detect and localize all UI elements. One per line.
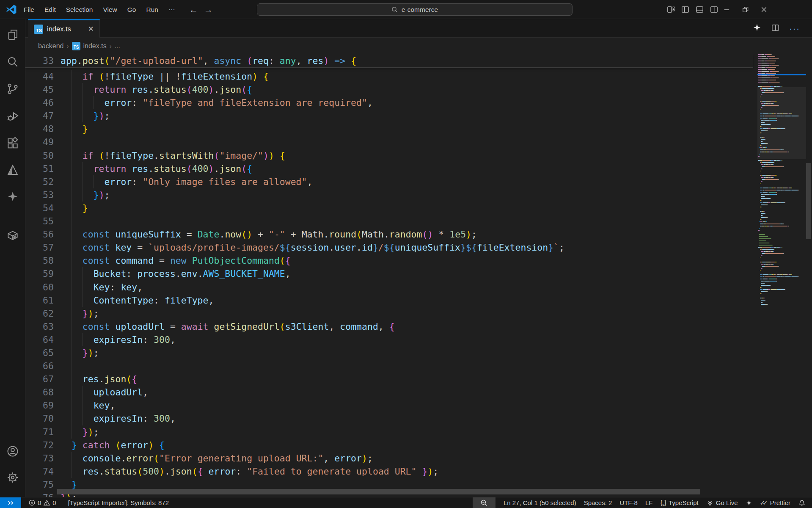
breadcrumb-folder[interactable]: backend — [38, 42, 64, 50]
code-line[interactable]: 49 — [25, 135, 755, 149]
code-line[interactable]: 59 Bucket: process.env.AWS_BUCKET_NAME, — [25, 267, 755, 280]
ts-importer-status[interactable]: [TypeScript Importer]: Symbols: 872 — [64, 497, 173, 508]
remote-indicator[interactable] — [0, 497, 21, 508]
toggle-sidebar-icon[interactable] — [681, 5, 690, 14]
customize-layout-icon[interactable] — [666, 5, 675, 14]
code-line[interactable]: 48 } — [25, 122, 755, 135]
code-line[interactable]: 50 if (!fileType.startsWith("image/")) { — [25, 149, 755, 162]
menu-go[interactable]: Go — [122, 0, 141, 19]
explorer-icon[interactable] — [6, 28, 19, 41]
code-line[interactable]: 55 — [25, 215, 755, 228]
code-line[interactable]: 52 error: "Only image files are allowed"… — [25, 175, 755, 188]
code-text: res.status(500).json({ error: "Failed to… — [61, 465, 438, 478]
minimize-icon[interactable] — [723, 6, 731, 14]
code-line[interactable]: 56 const uniqueSuffix = Date.now() + "-"… — [25, 228, 755, 241]
back-arrow-icon[interactable]: ← — [189, 5, 198, 15]
code-line[interactable]: 72 } catch (error) { — [25, 439, 755, 452]
line-number: 52 — [25, 175, 54, 188]
code-line[interactable]: 64 expiresIn: 300, — [25, 333, 755, 346]
zoom-status-tile[interactable] — [473, 497, 495, 508]
code-line[interactable]: 47 }); — [25, 109, 755, 122]
line-number: 47 — [25, 109, 54, 122]
code-line[interactable]: 44 if (!fileType || !fileExtension) { — [25, 70, 755, 83]
prettier-status[interactable]: ✓✓ Prettier — [756, 497, 795, 508]
menu-more[interactable]: ⋯ — [163, 0, 180, 19]
line-number: 58 — [25, 254, 54, 267]
run-debug-icon[interactable] — [6, 109, 19, 123]
code-line[interactable]: 53 }); — [25, 188, 755, 202]
code-text: }); — [61, 109, 110, 122]
double-check-icon: ✓✓ — [760, 499, 765, 507]
copilot-sparkle-icon[interactable] — [6, 190, 19, 203]
line-number: 55 — [25, 215, 54, 228]
problems-indicator[interactable]: 0 0 — [25, 497, 60, 508]
code-line[interactable]: 60 Key: key, — [25, 281, 755, 294]
code-line[interactable]: 54 } — [25, 202, 755, 215]
command-center-search[interactable]: e-commerce — [257, 3, 573, 16]
more-actions-icon[interactable]: ··· — [789, 24, 800, 33]
code-line[interactable]: 45 return res.status(400).json({ — [25, 83, 755, 96]
search-sidebar-icon[interactable] — [6, 55, 19, 69]
code-line[interactable]: 67 res.json({ — [25, 373, 755, 386]
eol-selector[interactable]: LF — [641, 497, 657, 508]
code-text: return res.status(400).json({ — [61, 162, 252, 175]
sparkle-status-icon[interactable] — [742, 497, 756, 508]
code-line[interactable]: 71 }); — [25, 425, 755, 439]
horizontal-scrollbar[interactable] — [57, 489, 700, 494]
extensions-icon[interactable] — [6, 136, 19, 150]
account-icon[interactable] — [6, 444, 19, 458]
menu-view[interactable]: View — [98, 0, 122, 19]
code-line[interactable]: 70 expiresIn: 300, — [25, 412, 755, 425]
prism-extension-icon[interactable] — [6, 163, 19, 177]
close-icon[interactable] — [760, 6, 768, 14]
code-line[interactable]: 46 error: "fileType and fileExtension ar… — [25, 96, 755, 109]
encoding[interactable]: UTF-8 — [616, 497, 641, 508]
code-line[interactable]: 33app.post("/get-upload-url", async (req… — [25, 54, 753, 67]
code-line[interactable]: 58 const command = new PutObjectCommand(… — [25, 254, 755, 267]
cursor-position[interactable]: Ln 27, Col 1 (50 selected) — [500, 497, 580, 508]
restore-icon[interactable] — [741, 6, 749, 14]
warning-count: 0 — [52, 499, 56, 506]
menu-edit[interactable]: Edit — [39, 0, 61, 19]
tab-close-icon[interactable]: ✕ — [87, 25, 95, 33]
indentation[interactable]: Spaces: 2 — [580, 497, 616, 508]
menu-run[interactable]: Run — [141, 0, 163, 19]
forward-arrow-icon[interactable]: → — [204, 5, 213, 15]
code-line[interactable]: 57 const key = `uploads/profile-images/$… — [25, 241, 755, 254]
line-number: 56 — [25, 228, 54, 241]
language-mode[interactable]: {x} TypeScript — [656, 497, 702, 508]
code-line[interactable]: 74 res.status(500).json({ error: "Failed… — [25, 465, 755, 478]
breadcrumb-symbol[interactable]: ... — [115, 42, 120, 50]
code-line[interactable]: 66 — [25, 359, 755, 373]
code-line[interactable]: 68 uploadUrl, — [25, 386, 755, 399]
line-number: 67 — [25, 373, 54, 386]
split-editor-icon[interactable] — [771, 23, 780, 34]
breadcrumb-file[interactable]: index.ts — [83, 42, 107, 50]
code-line[interactable]: 63 const uploadUrl = await getSignedUrl(… — [25, 320, 755, 333]
source-control-icon[interactable] — [6, 82, 19, 96]
indent-guide — [72, 215, 72, 228]
toggle-panel-icon[interactable] — [695, 5, 704, 14]
vertical-scrollbar[interactable] — [806, 163, 811, 239]
indent-guide — [72, 135, 72, 149]
code-line[interactable]: 69 key, — [25, 399, 755, 412]
toggle-secondary-sidebar-icon[interactable] — [710, 5, 718, 14]
code-line[interactable]: 73 console.error("Error generating uploa… — [25, 452, 755, 465]
go-live-button[interactable]: Go Live — [702, 497, 742, 508]
braces-icon: {x} — [660, 499, 666, 507]
copilot-sparkle-icon[interactable] — [752, 23, 762, 34]
line-number: 57 — [25, 241, 54, 254]
menu-selection[interactable]: Selection — [61, 0, 98, 19]
menu-file[interactable]: File — [19, 0, 39, 19]
notifications-bell[interactable] — [794, 497, 809, 508]
code-line[interactable]: 62 }); — [25, 307, 755, 320]
code-line[interactable]: 61 ContentType: fileType, — [25, 294, 755, 307]
container-tools-icon[interactable] — [6, 229, 19, 242]
code-line[interactable]: 51 return res.status(400).json({ — [25, 162, 755, 175]
settings-gear-icon[interactable] — [6, 471, 19, 484]
code-editor[interactable]: 33app.post("/get-upload-url", async (req… — [25, 54, 812, 497]
code-line[interactable]: 65 }); — [25, 346, 755, 359]
sticky-scroll-line[interactable]: 33app.post("/get-upload-url", async (req… — [25, 54, 753, 68]
minimap[interactable] — [757, 54, 806, 325]
tab-index-ts[interactable]: TS index.ts ✕ — [28, 19, 100, 38]
